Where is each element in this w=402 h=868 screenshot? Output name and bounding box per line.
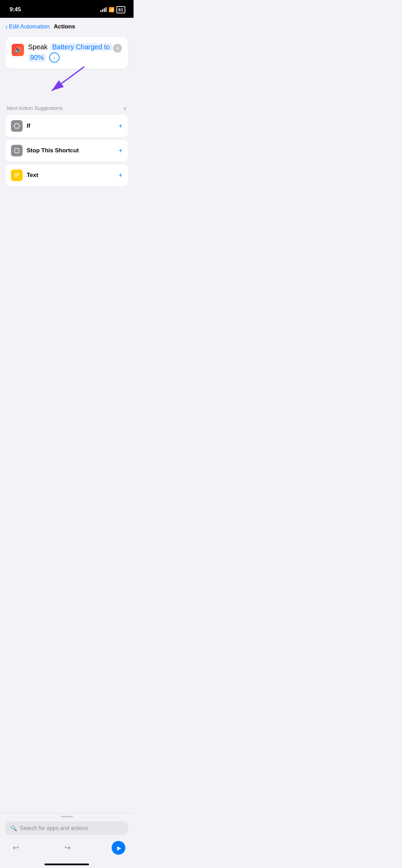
svg-rect-4 <box>14 175 19 176</box>
speak-icon: 🔊 <box>12 44 24 56</box>
status-icons: 📶 61 <box>100 6 125 13</box>
if-label: If <box>27 123 30 129</box>
if-icon <box>11 120 23 132</box>
stop-add-button[interactable]: + <box>118 147 123 155</box>
svg-rect-3 <box>14 174 19 174</box>
back-chevron-icon: ‹ <box>5 24 8 30</box>
wifi-icon: 📶 <box>109 7 114 12</box>
suggestions-chevron-icon: ∨ <box>123 105 127 111</box>
status-time: 9:45 <box>10 6 21 13</box>
speak-highlighted-text[interactable]: Battery Charged to <box>50 43 112 51</box>
signal-bars-icon <box>100 7 106 12</box>
speak-word: Speak <box>28 43 48 51</box>
if-add-button[interactable]: + <box>118 122 123 130</box>
text-icon <box>11 169 23 181</box>
svg-rect-2 <box>15 149 19 153</box>
page-title: Actions <box>54 23 75 30</box>
close-button[interactable]: ✕ <box>113 44 122 53</box>
battery-indicator: 61 <box>116 6 125 13</box>
suggestion-text[interactable]: Text + <box>5 164 128 186</box>
speaker-icon: 🔊 <box>14 46 22 54</box>
purple-arrow-icon <box>33 63 88 99</box>
suggestion-stop[interactable]: Stop This Shortcut + <box>5 140 128 162</box>
status-bar: 9:45 📶 61 <box>0 0 134 18</box>
svg-line-1 <box>52 67 84 91</box>
arrow-annotation <box>5 77 128 101</box>
svg-rect-5 <box>14 176 17 177</box>
nav-bar: ‹ Edit Automation Actions <box>0 18 134 34</box>
stop-icon <box>11 145 23 156</box>
text-label: Text <box>27 172 38 179</box>
back-button[interactable]: ‹ Edit Automation <box>5 23 50 30</box>
text-add-button[interactable]: + <box>118 171 123 179</box>
back-label: Edit Automation <box>9 23 50 30</box>
battery-level: 61 <box>118 7 123 12</box>
suggestion-if[interactable]: If + <box>5 115 128 137</box>
speak-text-area: Speak Battery Charged to 90% › <box>28 43 113 63</box>
expand-button[interactable]: › <box>49 52 60 63</box>
stop-label: Stop This Shortcut <box>27 147 79 154</box>
suggestions-label: Next Action Suggestions <box>7 105 63 111</box>
suggestions-header[interactable]: Next Action Suggestions ∨ <box>5 104 128 115</box>
main-content: 🔊 Speak Battery Charged to 90% › ✕ <box>0 34 134 186</box>
speak-percent[interactable]: 90% <box>28 54 46 62</box>
